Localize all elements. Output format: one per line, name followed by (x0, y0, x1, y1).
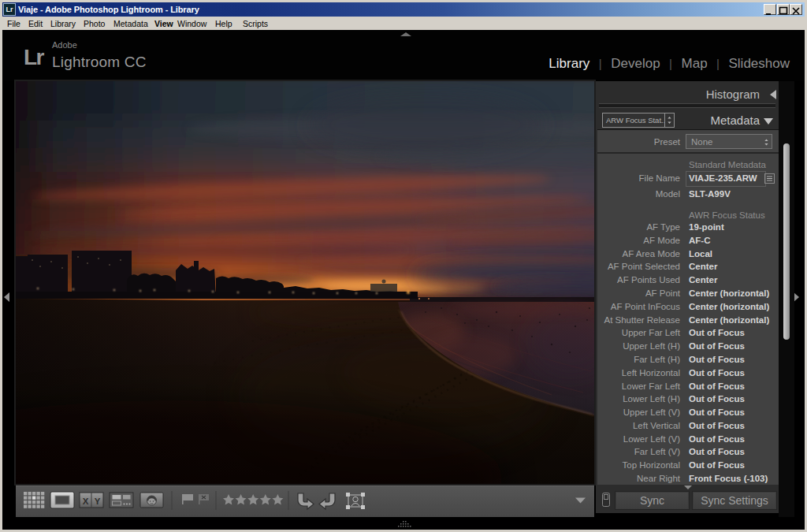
svg-text:Y: Y (95, 497, 101, 506)
svg-text:X: X (83, 497, 89, 506)
